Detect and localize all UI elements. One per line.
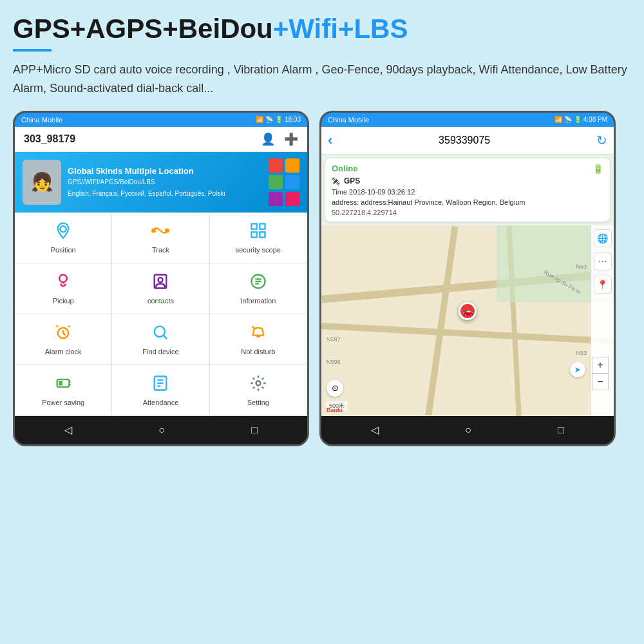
- banner-title: Global 5kinds Multiple Location: [68, 166, 262, 176]
- alarm-icon: [54, 323, 72, 344]
- shape-4: [285, 175, 299, 189]
- svg-point-2: [166, 229, 169, 232]
- svg-rect-4: [260, 223, 265, 229]
- zoom-in-button[interactable]: +: [592, 357, 609, 374]
- map-logo: Baidu: [327, 407, 343, 413]
- bottom-nav-right: ◁ ○ □: [321, 416, 614, 444]
- address-value: address:Hainaut Province, Walloon Region…: [361, 198, 525, 206]
- status-icons-right: 📶 📡 🔋 4:08 PM: [554, 116, 607, 123]
- shape-2: [285, 158, 299, 173]
- road-horizontal-2: [321, 323, 614, 345]
- banner-shapes: [269, 158, 299, 206]
- banner-languages: English, Français, Русский, Español, Por…: [68, 189, 262, 198]
- header-icons-left: 👤 ➕: [261, 132, 298, 146]
- wifi-icon-right: 📡: [564, 116, 572, 123]
- menu-item-track[interactable]: Track: [112, 213, 209, 263]
- find-icon: [151, 323, 169, 344]
- status-bar-left: China Mobile 📶 📡 🔋 18:03: [15, 113, 307, 127]
- disturb-icon: [249, 323, 267, 344]
- svg-rect-3: [251, 223, 256, 229]
- back-icon-right[interactable]: ‹: [328, 132, 332, 149]
- menu-label-track: Track: [152, 246, 169, 254]
- menu-item-contacts[interactable]: contacts: [112, 263, 209, 314]
- svg-line-16: [164, 336, 167, 339]
- zoom-out-button[interactable]: −: [592, 374, 609, 390]
- attendance-icon: [151, 374, 169, 395]
- nav-home-left[interactable]: ○: [158, 424, 165, 436]
- menu-grid: Position Track: [15, 213, 307, 416]
- shape-3: [269, 175, 283, 189]
- refresh-icon[interactable]: ↻: [596, 133, 607, 148]
- svg-point-1: [153, 229, 156, 232]
- menu-label-position: Position: [51, 246, 76, 254]
- nav-recent-left[interactable]: □: [251, 424, 258, 436]
- road-vertical-1: [425, 226, 458, 415]
- menu-item-alarm[interactable]: Alarm clock: [15, 314, 112, 365]
- page-title: GPS+AGPS+BeiDou+Wifi+LBS: [13, 13, 631, 45]
- svg-point-9: [158, 278, 163, 282]
- road-label-n597: N597: [327, 336, 341, 343]
- phone-screen-left: 303_98179 👤 ➕ 👧 Global 5kinds Multiple L…: [15, 127, 307, 416]
- svg-rect-6: [260, 232, 265, 237]
- power-icon: [54, 374, 72, 395]
- menu-item-disturb[interactable]: Not disturb: [210, 314, 307, 365]
- menu-label-find: Find device: [142, 348, 178, 355]
- phone-right: China Mobile 📶 📡 🔋 4:08 PM ‹ 359339075 ↻…: [319, 111, 616, 446]
- navigation-button[interactable]: ➤: [570, 362, 585, 377]
- menu-item-position[interactable]: Position: [15, 213, 112, 263]
- security-icon: [249, 222, 267, 242]
- map-zoom-controls: + −: [592, 357, 609, 390]
- menu-item-security[interactable]: security scope: [210, 213, 307, 263]
- map-info-panel: Online 🔋 🛰 GPS Time 2018-10-09 03:26:12 …: [325, 158, 610, 222]
- battery-status: 🔋: [592, 164, 603, 174]
- menu-item-pickup[interactable]: Pickup: [15, 263, 112, 314]
- position-icon: [54, 222, 72, 242]
- nav-recent-right[interactable]: □: [558, 424, 564, 436]
- nav-back-right[interactable]: ◁: [371, 424, 379, 436]
- svg-point-0: [60, 226, 66, 232]
- svg-line-17: [252, 327, 255, 330]
- menu-item-find[interactable]: Find device: [112, 314, 209, 365]
- banner-subtitle: GPS//WIFI/APGS/BeiDou/LBS: [68, 178, 262, 187]
- bottom-nav-left: ◁ ○ □: [15, 416, 307, 444]
- online-status: Online: [332, 164, 357, 173]
- locate-button[interactable]: ⊙: [327, 380, 343, 397]
- menu-item-attendance[interactable]: Attendance: [112, 365, 209, 416]
- time-label: Time: [332, 188, 347, 196]
- address-label: address:: [332, 198, 359, 206]
- svg-point-26: [256, 381, 260, 385]
- device-id-right: 359339075: [439, 135, 490, 146]
- app-header-left: 303_98179 👤 ➕: [15, 127, 307, 152]
- menu-item-info[interactable]: Information: [210, 263, 307, 314]
- road-label-n53-2: N53: [576, 350, 587, 356]
- signal-icon: 📶: [256, 116, 263, 123]
- nav-home-right[interactable]: ○: [465, 424, 471, 436]
- carrier-left: China Mobile: [21, 116, 62, 124]
- battery-icon: 🔋: [275, 116, 283, 123]
- menu-label-power: Power saving: [42, 399, 84, 406]
- battery-icon-right: 🔋: [574, 116, 582, 123]
- svg-rect-19: [59, 381, 62, 385]
- info-icon: [249, 272, 267, 293]
- svg-rect-5: [251, 232, 256, 237]
- menu-label-setting: Setting: [247, 399, 269, 406]
- globe-icon-btn[interactable]: 🌐: [594, 229, 612, 247]
- banner: 👧 Global 5kinds Multiple Location GPS//W…: [15, 152, 307, 213]
- road-label-n53-1: N53: [576, 263, 587, 270]
- pickup-icon: [54, 272, 72, 293]
- nav-back-left[interactable]: ◁: [64, 424, 72, 436]
- layers-icon-btn[interactable]: ⋯: [594, 252, 612, 270]
- location-icon-btn[interactable]: 📍: [594, 276, 612, 294]
- map-marker: 🚗: [459, 302, 477, 320]
- time-right: 4:08 PM: [583, 116, 607, 123]
- menu-label-pickup: Pickup: [53, 297, 74, 305]
- status-icons-left: 📶 📡 🔋 18:03: [256, 116, 301, 123]
- add-icon[interactable]: ➕: [284, 132, 298, 146]
- shape-6: [285, 192, 299, 206]
- menu-item-power[interactable]: Power saving: [15, 365, 112, 416]
- signal-type: GPS: [344, 176, 360, 185]
- time-left: 18:03: [285, 116, 301, 123]
- menu-item-setting[interactable]: Setting: [210, 365, 307, 416]
- header-description: APP+Micro SD card auto voice recording ,…: [13, 61, 631, 98]
- user-icon[interactable]: 👤: [261, 132, 275, 146]
